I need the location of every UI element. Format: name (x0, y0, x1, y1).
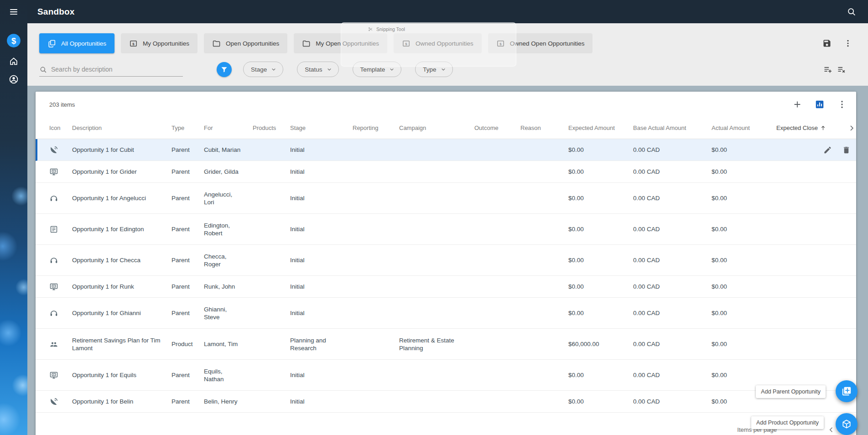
cell-actual-amount: $0.00 (712, 256, 776, 264)
view-chip-open-opportunities[interactable]: Open Opportunities (204, 33, 287, 53)
scroll-columns-right-button[interactable] (847, 124, 861, 133)
caret-down-icon (440, 66, 447, 73)
view-chip-label: All Opportunities (61, 40, 106, 47)
snipping-tool-title: Snipping Tool (376, 26, 405, 32)
cell-stage: Initial (290, 194, 353, 202)
save-view-button[interactable] (822, 39, 832, 48)
column-header-reason[interactable]: Reason (520, 124, 568, 131)
cell-description: Opportunity 1 for Grider (72, 168, 172, 176)
column-header-for[interactable]: For (204, 124, 253, 131)
cell-type: Parent (172, 371, 204, 379)
cell-type: Parent (172, 283, 204, 290)
cell-expected-amount: $0.00 (568, 398, 633, 405)
table-row[interactable]: Opportunity 1 for GriderParentGrider, Gi… (36, 161, 856, 183)
tooltip-add-product-opportunity: Add Product Opportunity (751, 416, 824, 429)
insert-chart-icon (815, 99, 825, 109)
cell-base-actual-amount: 0.00 CAD (633, 283, 712, 290)
pencil-icon (823, 145, 832, 154)
edit-row-button[interactable] (823, 145, 832, 154)
add-to-list-button[interactable] (823, 65, 832, 74)
cell-stage: Initial (290, 146, 353, 154)
remove-from-list-button[interactable] (837, 65, 846, 74)
column-header-description[interactable]: Description (72, 124, 172, 131)
table-row[interactable]: Opportunity 1 for BelinParentBelin, Henr… (36, 391, 856, 413)
table-row[interactable]: Opportunity 1 for GhianniParentGhianni,S… (36, 298, 856, 329)
cell-actual-amount: $0.00 (712, 283, 776, 290)
table-row[interactable]: Opportunity 1 for AngelucciParentAngeluc… (36, 183, 856, 214)
svg-text:$: $ (132, 41, 135, 46)
add-product-icon (842, 419, 852, 429)
magnifier-icon (39, 66, 47, 73)
folder-icon (302, 39, 311, 48)
column-header-expected-close[interactable]: Expected Close (776, 124, 847, 131)
cell-stage: Initial (290, 168, 353, 176)
view-chip-all-opportunities[interactable]: All Opportunities (39, 33, 114, 53)
home-icon (9, 56, 19, 66)
topbar: Sandbox (27, 0, 868, 23)
cell-description: Opportunity 1 for Edington (72, 225, 172, 233)
headset-icon (49, 309, 58, 318)
cell-for: Edington,Robert (204, 222, 253, 237)
search-button[interactable] (845, 5, 858, 18)
row-type-icon (49, 194, 72, 203)
cell-actual-amount: $0.00 (712, 168, 776, 176)
trash-icon (842, 145, 851, 154)
row-type-icon (49, 256, 72, 265)
cell-stage: Initial (290, 225, 353, 233)
cell-for: Runk, John (204, 283, 253, 290)
column-header-actual-amount[interactable]: Actual Amount (712, 124, 776, 131)
column-header-base-actual-amount[interactable]: Base Actual Amount (633, 124, 712, 131)
cell-expected-amount: $0.00 (568, 309, 633, 317)
view-chip-my-opportunities[interactable]: $My Opportunities (121, 33, 198, 53)
search-input[interactable] (51, 66, 183, 73)
add-product-opportunity-button[interactable] (836, 413, 858, 435)
people-icon (49, 340, 58, 349)
sidebar-item-opportunities[interactable]: $ (0, 31, 27, 50)
filter-dropdown-stage[interactable]: Stage (243, 62, 283, 77)
cell-type: Parent (172, 309, 204, 317)
column-header-stage[interactable]: Stage (290, 124, 353, 131)
table-row[interactable]: Retirement Savings Plan for Tim LamontPr… (36, 329, 856, 360)
search-icon (847, 7, 856, 16)
cell-expected-amount: $0.00 (568, 371, 633, 379)
row-type-icon (49, 225, 72, 234)
filter-dropdown-status[interactable]: Status (297, 62, 338, 77)
monitor-money-icon (49, 371, 58, 380)
table-row[interactable]: Opportunity 1 for EdingtonParentEdington… (36, 214, 856, 245)
add-item-button[interactable] (792, 99, 802, 109)
cell-expected-amount: $0.00 (568, 168, 633, 176)
previous-page-button[interactable] (827, 425, 836, 434)
list-menu-button[interactable] (837, 99, 847, 109)
sidebar-item-home[interactable] (0, 52, 27, 70)
column-header-icon[interactable]: Icon (49, 124, 72, 131)
search-box (39, 62, 183, 77)
chart-view-button[interactable] (815, 99, 825, 109)
column-header-campaign[interactable]: Campaign (399, 124, 474, 131)
table-row[interactable]: Opportunity 1 for RunkParentRunk, JohnIn… (36, 276, 856, 298)
playlist-remove-icon (837, 65, 846, 74)
view-menu-button[interactable] (843, 39, 852, 48)
sidebar-item-profile[interactable] (0, 70, 27, 88)
table-row[interactable]: Opportunity 1 for CubitParentCubit, Mari… (36, 139, 856, 161)
table-body: Opportunity 1 for CubitParentCubit, Mari… (36, 139, 856, 413)
table-row[interactable]: Opportunity 1 for CheccaParentChecca,Rog… (36, 245, 856, 276)
snip-icon (368, 26, 373, 32)
table-row[interactable]: Opportunity 1 for EquilsParentEquils,Nat… (36, 360, 856, 391)
column-header-reporting[interactable]: Reporting (353, 124, 399, 131)
delete-row-button[interactable] (842, 145, 851, 154)
column-header-outcome[interactable]: Outcome (474, 124, 520, 131)
column-header-products[interactable]: Products (253, 124, 290, 131)
cell-description: Opportunity 1 for Runk (72, 283, 172, 290)
filter-button[interactable] (217, 62, 232, 77)
menu-button[interactable] (0, 3, 27, 21)
add-parent-opportunity-button[interactable] (836, 380, 858, 402)
copy-icon (47, 39, 56, 48)
cell-base-actual-amount: 0.00 CAD (633, 168, 712, 176)
cell-type: Parent (172, 398, 204, 405)
cell-actual-amount: $0.00 (712, 194, 776, 202)
caret-down-icon (270, 66, 277, 73)
column-header-expected-amount[interactable]: Expected Amount (568, 124, 633, 131)
column-header-type[interactable]: Type (172, 124, 204, 131)
cell-stage: Planning andResearch (290, 337, 353, 352)
sidebar: $ (0, 0, 27, 435)
